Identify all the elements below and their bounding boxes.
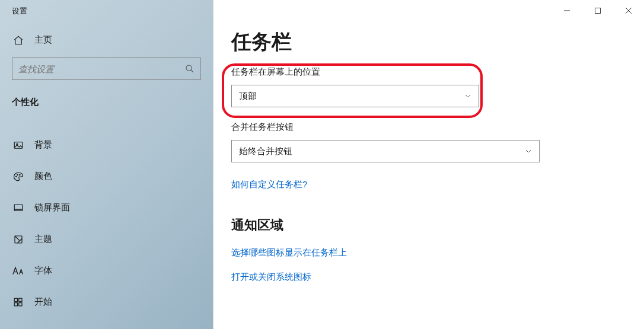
svg-rect-10 — [14, 302, 17, 305]
sidebar-item-label: 开始 — [34, 296, 52, 308]
svg-point-0 — [186, 65, 192, 71]
svg-rect-12 — [595, 8, 601, 14]
content: 任务栏 任务栏在屏幕上的位置 顶部 合并任务栏按钮 始终合并按钮 如何自定义任务… — [213, 0, 644, 329]
sidebar-item-label: 背景 — [34, 139, 52, 151]
combine-buttons-value: 始终合并按钮 — [239, 146, 292, 157]
sidebar-item-themes[interactable]: 主题 — [0, 223, 213, 255]
minimize-button[interactable] — [551, 0, 582, 21]
sidebar-item-background[interactable]: 背景 — [0, 129, 213, 161]
svg-rect-1 — [14, 142, 23, 148]
chevron-down-icon — [525, 148, 532, 155]
svg-rect-6 — [14, 205, 23, 211]
start-icon — [12, 297, 25, 308]
svg-point-4 — [17, 174, 18, 175]
sidebar-item-lockscreen[interactable]: 锁屏界面 — [0, 192, 213, 223]
font-icon — [12, 266, 25, 276]
lockscreen-icon — [12, 203, 25, 213]
search-icon — [185, 64, 195, 74]
sidebar: 设置 主页 个性化 背景 颜色 — [0, 0, 213, 329]
sidebar-item-colors[interactable]: 颜色 — [0, 161, 213, 192]
sidebar-item-label: 锁屏界面 — [34, 202, 70, 213]
svg-rect-8 — [14, 298, 17, 301]
svg-point-3 — [16, 176, 17, 177]
customize-taskbar-link[interactable]: 如何自定义任务栏? — [231, 179, 307, 190]
maximize-button[interactable] — [582, 0, 613, 21]
sidebar-item-label: 颜色 — [34, 171, 52, 182]
sidebar-item-fonts[interactable]: 字体 — [0, 255, 213, 286]
close-button[interactable] — [613, 0, 644, 21]
chevron-down-icon — [464, 92, 471, 100]
select-icons-link[interactable]: 选择哪些图标显示在任务栏上 — [231, 247, 347, 258]
search-field[interactable] — [18, 64, 185, 74]
palette-icon — [12, 171, 25, 182]
app-name: 设置 — [0, 0, 213, 17]
taskbar-position-value: 顶部 — [239, 91, 257, 102]
notification-area-title: 通知区域 — [231, 216, 644, 234]
sidebar-item-label: 主题 — [34, 234, 52, 245]
combine-buttons-label: 合并任务栏按钮 — [231, 122, 644, 133]
search-input[interactable] — [12, 58, 201, 80]
svg-rect-11 — [19, 302, 22, 305]
image-icon — [12, 140, 25, 151]
taskbar-position-label: 任务栏在屏幕上的位置 — [231, 66, 644, 78]
taskbar-position-select[interactable]: 顶部 — [231, 85, 479, 107]
combine-buttons-select[interactable]: 始终合并按钮 — [231, 140, 540, 162]
svg-point-5 — [20, 174, 21, 175]
home-icon — [12, 35, 25, 46]
combine-buttons-setting: 合并任务栏按钮 始终合并按钮 — [231, 122, 644, 162]
sidebar-home-label: 主页 — [34, 34, 52, 46]
sidebar-home[interactable]: 主页 — [0, 17, 213, 58]
sidebar-item-start[interactable]: 开始 — [0, 286, 213, 318]
sidebar-category: 个性化 — [0, 80, 213, 117]
sidebar-nav: 背景 颜色 锁屏界面 主题 字体 — [0, 117, 213, 318]
taskbar-position-setting: 任务栏在屏幕上的位置 顶部 — [231, 66, 644, 107]
sidebar-item-label: 字体 — [34, 265, 52, 276]
window-controls — [551, 0, 644, 21]
system-icons-link[interactable]: 打开或关闭系统图标 — [231, 271, 311, 283]
svg-rect-9 — [19, 298, 22, 301]
theme-icon — [12, 234, 25, 245]
